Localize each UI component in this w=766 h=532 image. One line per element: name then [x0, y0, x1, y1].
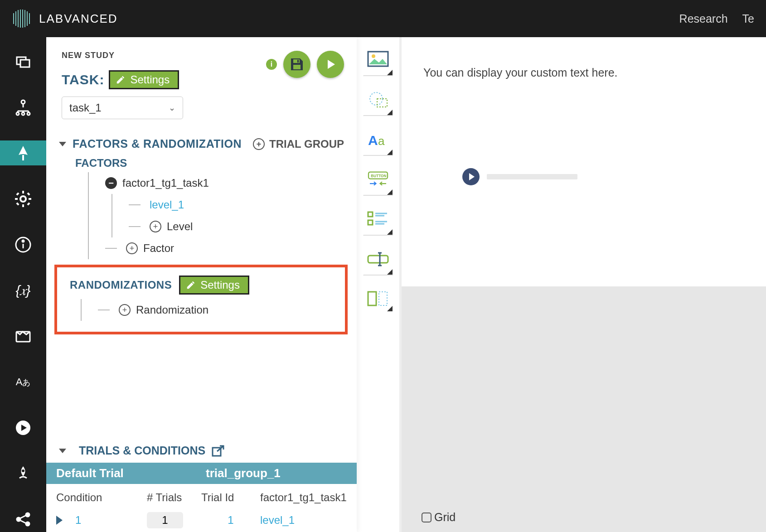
level-node[interactable]: level_1	[129, 194, 357, 216]
col-factor: factor1_tg1_task1	[260, 491, 347, 504]
rail-settings-icon[interactable]	[0, 186, 46, 211]
randomizations-highlight: RANDOMIZATIONS Settings + Randomization	[54, 265, 348, 334]
task-select[interactable]: task_1 ⌄	[62, 97, 183, 119]
collapse-icon[interactable]	[59, 449, 66, 453]
brand[interactable]: LABVANCED	[12, 9, 118, 29]
randomizations-subhead: RANDOMIZATIONS	[70, 279, 172, 291]
chevron-down-icon: ⌄	[169, 103, 175, 113]
add-factor-button[interactable]: + Factor	[105, 237, 357, 259]
col-trialid: Trial Id	[201, 491, 260, 504]
rail-media-icon[interactable]	[0, 324, 46, 349]
info-button[interactable]: i	[266, 59, 277, 70]
svg-rect-41	[368, 256, 388, 263]
nav-truncated[interactable]: Te	[742, 12, 754, 25]
rail-info-icon[interactable]	[0, 232, 46, 257]
svg-point-19	[22, 469, 24, 472]
minus-icon[interactable]: −	[105, 177, 117, 189]
rail-translate-icon[interactable]: Aあ	[0, 370, 46, 395]
factor-node[interactable]: − factor1_tg1_task1	[105, 172, 357, 194]
svg-point-21	[26, 513, 29, 517]
svg-rect-1	[20, 60, 29, 67]
rail-share-icon[interactable]	[0, 507, 46, 532]
default-trial-label[interactable]: Default Trial	[56, 466, 206, 480]
rail-run-icon[interactable]	[0, 416, 46, 440]
play-icon	[323, 57, 338, 72]
tool-select-icon[interactable]	[363, 286, 393, 312]
tool-shape-icon[interactable]	[363, 87, 393, 116]
left-icon-rail: {𝑥} Aあ	[0, 37, 46, 532]
add-trial-group-button[interactable]: + TRIAL GROUP	[253, 138, 344, 150]
tool-list-icon[interactable]	[363, 207, 393, 236]
rail-publish-icon[interactable]	[0, 461, 46, 486]
add-level-label: Level	[167, 220, 193, 233]
tool-image-icon[interactable]	[363, 47, 393, 76]
task-settings-button[interactable]: Settings	[109, 70, 179, 89]
top-bar: LABVANCED Research Te	[0, 0, 766, 37]
audio-control[interactable]	[423, 168, 744, 185]
randomizations-settings-button[interactable]: Settings	[179, 276, 249, 295]
nav-research[interactable]: Research	[679, 12, 728, 25]
level-name: level_1	[150, 198, 184, 211]
add-randomization-button[interactable]: + Randomization	[98, 299, 337, 321]
save-icon	[289, 57, 305, 72]
audio-play-icon[interactable]	[462, 168, 480, 185]
trial-data-row[interactable]: 1 1 1 level_1	[46, 508, 357, 532]
canvas-area: You can display your custom text here. G…	[399, 37, 766, 532]
svg-rect-11	[27, 202, 30, 205]
play-trial-icon[interactable]	[56, 516, 63, 525]
svg-rect-8	[15, 198, 18, 200]
trial-group-name[interactable]: trial_group_1	[206, 466, 281, 480]
pencil-icon	[186, 280, 196, 290]
tool-button-icon[interactable]: BUTTON	[363, 167, 393, 196]
factors-section-title: FACTORS & RANDOMIZATION	[73, 137, 242, 150]
svg-rect-36	[368, 220, 373, 225]
svg-rect-9	[29, 198, 31, 200]
popout-icon[interactable]	[212, 445, 225, 457]
canvas-placeholder-text[interactable]: You can display your custom text here.	[423, 66, 744, 79]
canvas-workspace[interactable]: Grid	[402, 286, 766, 532]
audio-track[interactable]	[487, 174, 577, 179]
factors-subhead: FACTORS	[46, 150, 357, 172]
rail-study-icon[interactable]	[0, 49, 46, 74]
plus-icon: +	[119, 304, 131, 316]
svg-rect-7	[22, 204, 24, 207]
plus-icon: +	[126, 242, 138, 254]
plus-icon: +	[150, 221, 161, 232]
col-condition: Condition	[56, 491, 147, 504]
brand-text: LABVANCED	[39, 12, 118, 26]
add-factor-label: Factor	[143, 242, 174, 255]
rail-design-icon[interactable]	[0, 140, 46, 165]
add-level-button[interactable]: + Level	[129, 216, 357, 237]
grid-checkbox[interactable]: Grid	[422, 511, 456, 524]
tool-text-icon[interactable]: Aa	[363, 127, 393, 156]
trial-level-value[interactable]: level_1	[260, 514, 295, 527]
svg-point-5	[27, 112, 30, 115]
tool-input-icon[interactable]	[363, 247, 393, 276]
svg-point-3	[16, 112, 19, 115]
add-randomization-label: Randomization	[136, 304, 208, 316]
play-button[interactable]	[317, 51, 344, 78]
ntrials-input[interactable]: 1	[147, 512, 183, 528]
rail-variable-icon[interactable]: {𝑥}	[0, 278, 46, 303]
condition-value[interactable]: 1	[75, 514, 81, 527]
collapse-icon[interactable]	[59, 142, 66, 146]
tool-column: Aa BUTTON	[357, 37, 399, 532]
svg-rect-6	[22, 191, 24, 193]
svg-rect-25	[293, 65, 301, 69]
canvas-frame[interactable]: You can display your custom text here.	[402, 37, 766, 286]
trial-id-value[interactable]: 1	[201, 514, 260, 527]
svg-rect-12	[27, 192, 30, 195]
svg-point-28	[372, 54, 375, 58]
task-label: TASK:	[62, 72, 104, 87]
svg-point-4	[22, 112, 24, 115]
pencil-icon	[116, 75, 126, 85]
rail-flow-icon[interactable]	[0, 95, 46, 120]
checkbox-icon[interactable]	[422, 513, 431, 522]
plus-icon: +	[253, 138, 265, 150]
brand-icon	[12, 9, 32, 29]
trial-header-row: Condition # Trials Trial Id factor1_tg1_…	[46, 484, 357, 508]
trials-section-title: TRIALS & CONDITIONS	[79, 444, 205, 457]
factor-name: factor1_tg1_task1	[122, 177, 209, 189]
svg-point-16	[22, 240, 24, 242]
save-button[interactable]	[283, 51, 310, 78]
